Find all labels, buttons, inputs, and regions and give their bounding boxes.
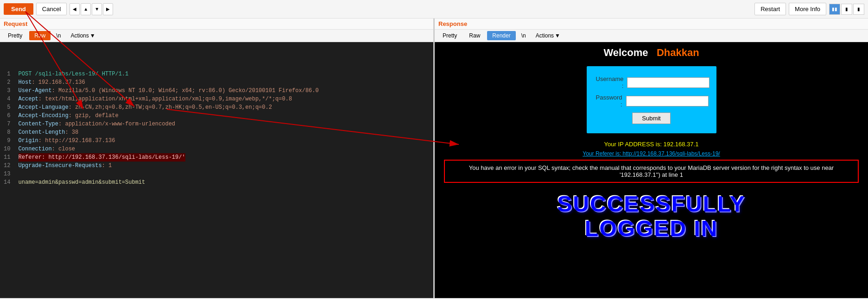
tab-actions-response[interactable]: Actions ▼	[532, 31, 564, 40]
tab-raw-request[interactable]: Raw	[29, 31, 51, 40]
request-line-9: 9 Origin: http://192.168.37.136	[4, 137, 430, 145]
down-button[interactable]: ▼	[92, 3, 102, 15]
nav-arrows: ◀ ▲ ▼ ▶	[70, 3, 113, 15]
line-content: Origin: http://192.168.37.136	[19, 137, 115, 145]
line-content: uname=admin&passwd=admin&submit=Submit	[19, 178, 146, 187]
line-content: Accept-Language: zh-CN,zh;q=0.8,zh-TW;q=…	[19, 103, 272, 112]
response-tab-bar: Pretty Raw Render \n Actions ▼	[435, 30, 868, 42]
submit-button[interactable]: Submit	[632, 112, 670, 124]
line-number: 12	[4, 162, 14, 170]
request-line-10: 10 Connection: close	[4, 145, 430, 153]
cancel-button[interactable]: Cancel	[36, 3, 67, 15]
line-number: 8	[4, 128, 14, 137]
response-header: Response	[435, 19, 868, 30]
password-field-row: Password :	[596, 94, 707, 108]
tab-newline-request[interactable]: \n	[52, 31, 64, 40]
tab-render-response[interactable]: Render	[487, 31, 515, 40]
request-panel: Request Pretty Raw \n Actions ▼ 1 POST /…	[0, 19, 435, 298]
tab-actions-request[interactable]: Actions ▼	[66, 31, 99, 40]
request-line-13: 13	[4, 170, 430, 178]
line-content: Accept-Encoding: gzip, deflate	[19, 112, 119, 120]
sql-error-box: You have an error in your SQL syntax; ch…	[444, 160, 859, 183]
tab-newline-response[interactable]: \n	[518, 31, 530, 40]
split-view-button[interactable]: ▮▮	[829, 4, 840, 15]
line-number: 3	[4, 87, 14, 95]
line-number: 7	[4, 120, 14, 128]
tab-pretty-request[interactable]: Pretty	[3, 31, 27, 40]
request-line-8: 8 Content-Length: 38	[4, 128, 430, 137]
request-line-3: 3 User-Agent: Mozilla/5.0 (Windows NT 10…	[4, 87, 430, 95]
back-button[interactable]: ◀	[70, 3, 80, 15]
line-number: 1	[4, 70, 14, 78]
line-number: 14	[4, 178, 14, 187]
request-line-14: 14 uname=admin&passwd=admin&submit=Submi…	[4, 178, 430, 187]
referer-link: Your Referer is: http://192.168.37.136/s…	[439, 150, 863, 157]
request-code-area[interactable]: 1 POST /sqli-labs/Less-19/ HTTP/1.1 2 Ho…	[0, 42, 433, 298]
welcome-text: Welcome	[603, 47, 648, 58]
request-line-7: 7 Content-Type: application/x-www-form-u…	[4, 120, 430, 128]
actions-chevron-icon: ▼	[90, 32, 95, 39]
request-line-1: 1 POST /sqli-labs/Less-19/ HTTP/1.1	[4, 70, 430, 78]
line-number: 2	[4, 78, 14, 87]
line-number: 4	[4, 95, 14, 103]
restart-button[interactable]: Restart	[754, 3, 786, 15]
line-number: 11	[4, 153, 14, 162]
response-panel: Response Pretty Raw Render \n Actions ▼ …	[435, 19, 868, 298]
up-button[interactable]: ▲	[81, 3, 91, 15]
toolbar: Send Cancel ◀ ▲ ▼ ▶ Restart More Info ▮▮…	[0, 0, 868, 19]
response-content-area: Welcome Dhakkan Username : Password : Su…	[435, 42, 868, 298]
line-content: Referer: http://192.168.37.136/sqli-labs…	[19, 153, 185, 162]
request-line-6: 6 Accept-Encoding: gzip, deflate	[4, 112, 430, 120]
line-number: 13	[4, 170, 14, 178]
password-input[interactable]	[626, 96, 709, 106]
request-line-2: 2 Host: 192.168.37.136	[4, 78, 430, 87]
username-field-row: Username :	[596, 75, 707, 89]
line-content: Upgrade-Insecure-Requests: 1	[19, 162, 112, 170]
success-line1: SUCCESSFULLY	[439, 192, 863, 217]
actions-label-response: Actions	[536, 32, 554, 39]
tab-raw-response[interactable]: Raw	[464, 31, 485, 40]
response-view-button[interactable]: ▮	[853, 4, 864, 15]
request-header: Request	[0, 19, 433, 30]
request-line-5: 5 Accept-Language: zh-CN,zh;q=0.8,zh-TW;…	[4, 103, 430, 112]
more-info-button[interactable]: More Info	[789, 3, 826, 15]
request-line-4: 4 Accept: text/html,application/xhtml+xm…	[4, 95, 430, 103]
send-button[interactable]: Send	[4, 3, 33, 15]
tab-pretty-response[interactable]: Pretty	[437, 31, 462, 40]
line-content: Connection: close	[19, 145, 75, 153]
line-content: Accept: text/html,application/xhtml+xml,…	[19, 95, 292, 103]
request-tab-bar: Pretty Raw \n Actions ▼	[0, 30, 433, 42]
line-content: Host: 192.168.37.136	[19, 78, 85, 87]
response-inner: Welcome Dhakkan Username : Password : Su…	[435, 42, 868, 246]
line-number: 10	[4, 145, 14, 153]
welcome-bar: Welcome Dhakkan	[439, 47, 863, 59]
request-line-12: 12 Upgrade-Insecure-Requests: 1	[4, 162, 430, 170]
line-content: POST /sqli-labs/Less-19/ HTTP/1.1	[19, 70, 129, 78]
user-name: Dhakkan	[657, 47, 699, 58]
top-right-controls: Restart More Info ▮▮ ▮ ▮	[754, 3, 864, 15]
view-toggle: ▮▮ ▮ ▮	[829, 4, 864, 15]
password-label: Password :	[596, 94, 622, 108]
actions-chevron-response-icon: ▼	[555, 32, 560, 39]
line-content: Content-Type: application/x-www-form-url…	[19, 120, 175, 128]
line-content: Content-Length: 38	[19, 128, 79, 137]
line-number: 6	[4, 112, 14, 120]
success-text: SUCCESSFULLY LOGGED IN	[439, 192, 863, 241]
actions-label: Actions	[70, 32, 89, 39]
line-content: User-Agent: Mozilla/5.0 (Windows NT 10.0…	[19, 87, 319, 95]
forward-button[interactable]: ▶	[103, 3, 113, 15]
request-line-11: 11 Referer: http://192.168.37.136/sqli-l…	[4, 153, 430, 162]
request-view-button[interactable]: ▮	[841, 4, 852, 15]
line-number: 9	[4, 137, 14, 145]
username-input[interactable]	[627, 77, 710, 88]
ip-address-text: Your IP ADDRESS is: 192.168.37.1	[439, 141, 863, 148]
line-number: 5	[4, 103, 14, 112]
username-label: Username :	[596, 75, 624, 89]
main-layout: Request Pretty Raw \n Actions ▼ 1 POST /…	[0, 19, 868, 298]
success-line2: LOGGED IN	[439, 217, 863, 241]
login-box: Username : Password : Submit	[587, 66, 716, 133]
